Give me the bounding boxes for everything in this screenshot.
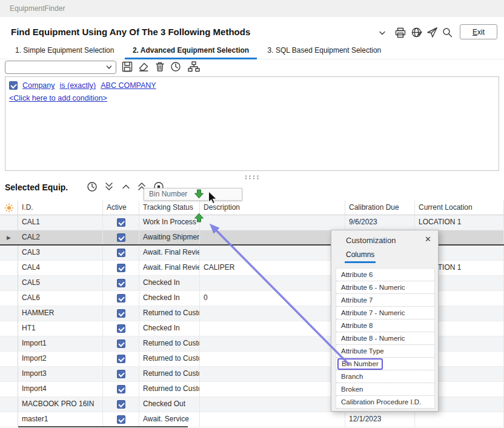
add-condition-link[interactable]: <Click here to add condition> — [9, 94, 107, 102]
tab-simple-selection[interactable]: 1. Simple Equipment Selection — [7, 43, 122, 59]
cell-active[interactable] — [103, 306, 139, 321]
cell-tracking-status[interactable]: Returned to Customer — [139, 367, 200, 382]
cell-active[interactable] — [103, 215, 139, 230]
double-chevron-down-icon[interactable] — [103, 181, 115, 193]
cell-id[interactable]: MACBOOK PRO 16IN — [18, 397, 103, 412]
cell-description[interactable] — [200, 382, 345, 397]
cell-active[interactable] — [103, 291, 139, 306]
chevron-down-icon[interactable] — [377, 28, 391, 42]
cell-active[interactable] — [103, 276, 139, 291]
column-header-active[interactable]: Active — [103, 201, 139, 215]
close-icon[interactable]: ✕ — [425, 235, 431, 244]
cell-current-location[interactable]: LOCATION 1 — [415, 215, 504, 230]
history-icon[interactable] — [170, 61, 182, 73]
cell-tracking-status[interactable]: Checked In — [139, 321, 200, 336]
cell-description[interactable] — [200, 397, 345, 412]
print-preview-icon[interactable] — [411, 27, 424, 40]
list-item[interactable]: Calibration Procedure I.D. — [336, 396, 434, 409]
printer-icon[interactable] — [394, 27, 408, 40]
cell-description[interactable] — [200, 412, 345, 427]
filter-combobox[interactable] — [5, 61, 116, 74]
cell-id[interactable]: CAL3 — [18, 246, 103, 261]
active-checkbox[interactable] — [117, 415, 125, 424]
cell-tracking-status[interactable]: Returned to Customer — [139, 336, 200, 352]
cell-id[interactable]: Import3 — [18, 367, 103, 382]
column-header-calibration-due[interactable]: Calibration Due — [345, 201, 415, 215]
cell-active[interactable] — [103, 321, 139, 336]
cell-id[interactable]: CAL5 — [18, 276, 103, 291]
cell-active[interactable] — [103, 397, 139, 412]
active-checkbox[interactable] — [117, 400, 125, 409]
list-item[interactable]: Attribute 7 — [336, 294, 434, 307]
cell-description[interactable] — [200, 276, 345, 291]
cell-id[interactable]: CAL4 — [18, 261, 103, 276]
cell-description[interactable]: 0 — [200, 291, 345, 306]
trash-icon[interactable] — [154, 61, 166, 73]
cell-description[interactable] — [200, 321, 345, 336]
send-icon[interactable] — [426, 27, 440, 40]
active-checkbox[interactable] — [117, 324, 125, 333]
cell-tracking-status[interactable]: Await. Final Review — [139, 246, 200, 261]
column-header-current-location[interactable]: Current Location — [415, 201, 504, 215]
active-checkbox[interactable] — [117, 264, 125, 272]
cell-tracking-status[interactable]: Work In Process — [139, 215, 200, 230]
cell-current-location[interactable] — [415, 412, 504, 427]
list-item[interactable]: Attribute 6 — [336, 269, 434, 281]
cell-active[interactable] — [103, 382, 139, 397]
splitter-handle[interactable] — [0, 171, 504, 177]
search-icon[interactable] — [442, 27, 455, 40]
cell-tracking-status[interactable]: Returned to Customer — [139, 352, 200, 367]
hierarchy-icon[interactable] — [187, 61, 199, 73]
condition-operator-link[interactable]: is (exactly) — [60, 81, 96, 90]
cell-active[interactable] — [103, 246, 139, 261]
cell-active[interactable] — [103, 352, 139, 367]
cell-active[interactable] — [103, 230, 139, 244]
list-item[interactable]: Attribute 7 - Numeric — [336, 307, 434, 319]
eraser-icon[interactable] — [138, 61, 150, 73]
cell-tracking-status[interactable]: Checked Out — [139, 397, 200, 412]
list-item[interactable]: Attribute 8 - Numeric — [336, 332, 434, 345]
condition-value-link[interactable]: ABC COMPANY — [101, 81, 156, 90]
cell-id[interactable]: Import4 — [18, 382, 103, 397]
cell-description[interactable] — [200, 336, 345, 352]
active-checkbox[interactable] — [117, 218, 125, 227]
cell-id[interactable]: CAL2 — [18, 230, 103, 244]
list-item[interactable]: Attribute 8 — [336, 319, 434, 332]
cell-tracking-status[interactable]: Awaiting Shipment — [139, 230, 200, 244]
cell-description[interactable] — [200, 367, 345, 382]
active-checkbox[interactable] — [117, 249, 125, 257]
history-icon[interactable] — [86, 181, 98, 193]
active-checkbox[interactable] — [117, 385, 125, 393]
active-checkbox[interactable] — [117, 233, 125, 242]
list-item[interactable]: Branch — [336, 370, 434, 383]
cell-active[interactable] — [103, 412, 139, 427]
active-checkbox[interactable] — [117, 279, 125, 287]
list-item[interactable]: Attribute Type — [336, 345, 434, 358]
cell-tracking-status[interactable]: Await. Final Review — [139, 261, 200, 276]
cell-calibration-due[interactable]: 9/6/2023 — [345, 215, 415, 230]
list-item[interactable]: Attribute 6 - Numeric — [336, 281, 434, 294]
column-header-i-d-[interactable]: I.D. — [18, 201, 103, 215]
cell-active[interactable] — [103, 261, 139, 276]
drag-ghost-header[interactable]: Bin Number — [144, 188, 242, 201]
cell-active[interactable] — [103, 336, 139, 352]
cell-description[interactable] — [200, 246, 345, 261]
tab-advanced-selection[interactable]: 2. Advanced Equipment Selection — [125, 43, 257, 59]
cell-id[interactable]: master1 — [18, 412, 103, 427]
cell-tracking-status[interactable]: Returned to Customer — [139, 306, 200, 321]
cell-id[interactable]: HT1 — [18, 321, 103, 336]
cell-id[interactable]: Import2 — [18, 352, 103, 367]
cell-id[interactable]: CAL6 — [18, 291, 103, 306]
column-header-description[interactable]: Description — [200, 201, 345, 215]
list-item[interactable]: Broken — [336, 383, 434, 396]
cell-tracking-status[interactable]: Checked In — [139, 291, 200, 306]
active-checkbox[interactable] — [117, 370, 125, 378]
table-row[interactable]: master1Await. Service12/1/2023 — [0, 412, 504, 427]
tab-columns[interactable]: Columns — [345, 250, 376, 263]
grid-options-cell[interactable] — [0, 201, 18, 215]
cell-active[interactable] — [103, 367, 139, 382]
cell-tracking-status[interactable]: Checked In — [139, 276, 200, 291]
cell-id[interactable]: Import1 — [18, 336, 103, 352]
cell-tracking-status[interactable]: Returned to Customer — [139, 382, 200, 397]
active-checkbox[interactable] — [117, 294, 125, 303]
